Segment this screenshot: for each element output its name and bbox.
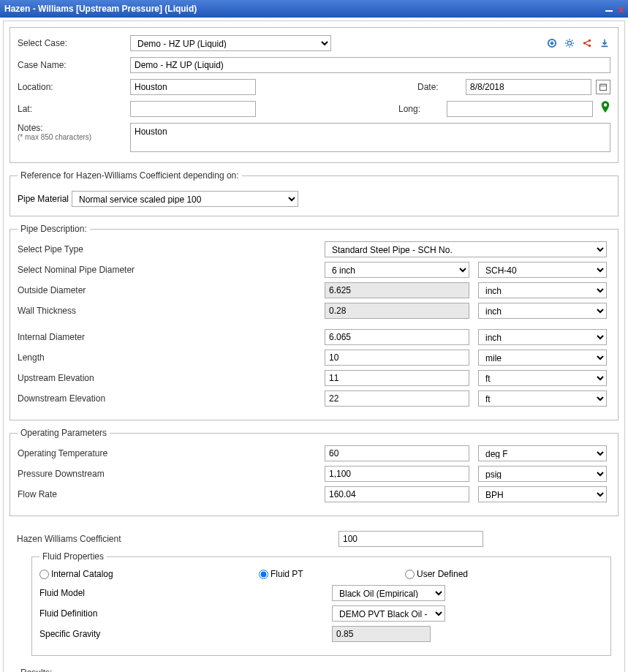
long-label: Long: (398, 104, 442, 114)
pipe-value-input[interactable] (325, 329, 469, 345)
pipe-row-label: Select Nominal Pipe Diameter (18, 265, 325, 275)
pipe-row-label: Outside Diameter (18, 285, 325, 295)
radio-fluid-pt[interactable]: Fluid PT (259, 569, 405, 579)
field-value-input[interactable] (325, 466, 469, 482)
pipe-material-select[interactable]: Normal service scaled pipe 100 (72, 191, 298, 207)
notes-textarea[interactable] (130, 123, 610, 152)
pipe-row-label: Select Pipe Type (18, 244, 325, 254)
share-icon[interactable] (581, 37, 593, 49)
svg-point-3 (567, 41, 571, 45)
field-unit-select[interactable]: deg F (478, 445, 607, 461)
hazen-panel: Hazen Williams Coefficient Fluid Propert… (10, 524, 618, 656)
svg-point-6 (589, 45, 591, 48)
date-input[interactable] (466, 79, 591, 95)
fluid-model-label: Fluid Model (39, 588, 332, 598)
minimize-icon[interactable] (605, 10, 613, 12)
pipe-unit-select[interactable]: mile (478, 350, 607, 366)
pipe-material-label: Pipe Material (18, 194, 69, 204)
pipe-unit-select[interactable]: ft (478, 390, 607, 407)
pipe-description-legend: Pipe Description: (18, 224, 90, 234)
pipe-row-label: Length (18, 352, 325, 363)
fluid-model-select[interactable]: Black Oil (Empirical) (332, 585, 445, 601)
fluid-properties-fieldset: Fluid Properties Internal Catalog Fluid … (31, 551, 611, 656)
field-unit-select[interactable]: BPH (478, 486, 607, 502)
svg-rect-9 (600, 84, 607, 90)
radio-user-defined[interactable]: User Defined (405, 569, 515, 579)
svg-line-8 (586, 44, 589, 45)
specific-gravity-input (332, 626, 431, 642)
case-name-label: Case Name: (18, 60, 126, 70)
location-label: Location: (18, 82, 126, 92)
pipe-value-input[interactable] (325, 370, 469, 386)
main-content: Select Case: Demo - HZ UP (Liquid) (3, 20, 625, 672)
hazen-coefficient-label: Hazen Williams Coefficient (17, 534, 338, 544)
field-value-input[interactable] (325, 486, 469, 502)
reference-fieldset: Reference for Hazen-Williams Coefficient… (10, 170, 618, 216)
pin-icon[interactable] (600, 101, 610, 117)
pipe-value-input[interactable] (325, 390, 469, 407)
svg-line-7 (586, 41, 589, 42)
hazen-coefficient-input[interactable] (338, 531, 483, 547)
calendar-icon[interactable] (596, 80, 610, 94)
pipe-value-input[interactable] (325, 350, 469, 366)
notes-sublabel: (* max 850 characters) (18, 133, 126, 141)
radio-internal-catalog[interactable]: Internal Catalog (39, 569, 259, 579)
field-value-input[interactable] (325, 445, 469, 461)
pipe-unit-select[interactable]: inch (478, 329, 607, 345)
add-icon[interactable] (546, 37, 558, 49)
pipe-unit-select[interactable]: ft (478, 370, 607, 386)
field-unit-select[interactable]: psig (478, 466, 607, 482)
pipe-row-label: Internal Diameter (18, 332, 325, 342)
location-input[interactable] (130, 79, 256, 95)
long-input[interactable] (447, 101, 593, 117)
pipe-row-label: Wall Thickness (18, 306, 325, 316)
svg-point-5 (589, 39, 591, 42)
pipe-unit-select[interactable]: SCH-40 (478, 262, 607, 278)
results-fieldset: Results: Upstream PressurepsigPressure D… (10, 668, 618, 672)
select-case-dropdown[interactable]: Demo - HZ UP (Liquid) (130, 35, 331, 51)
lat-input[interactable] (130, 101, 256, 117)
window-title: Hazen - Williams [Upstream Pressure] (Li… (4, 4, 197, 14)
title-bar: Hazen - Williams [Upstream Pressure] (Li… (0, 0, 628, 18)
pipe-value-input (325, 282, 469, 298)
pipe-type-select[interactable]: Standard Steel Pipe - SCH No. (325, 241, 607, 257)
fluid-definition-label: Fluid Definition (39, 608, 332, 619)
pipe-description-fieldset: Pipe Description: Select Pipe TypeStanda… (10, 224, 618, 420)
operating-parameters-fieldset: Operating Parameters Operating Temperatu… (10, 428, 618, 516)
lat-label: Lat: (18, 104, 126, 114)
pipe-value-input (325, 303, 469, 319)
operating-parameters-legend: Operating Parameters (18, 428, 110, 438)
gear-icon[interactable] (564, 37, 575, 49)
pipe-row-label: Upstream Elevation (18, 373, 325, 383)
pipe-unit-select[interactable]: inch (478, 282, 607, 298)
field-label: Pressure Downstream (18, 469, 325, 479)
fluid-properties-legend: Fluid Properties (39, 551, 107, 562)
results-legend: Results: (18, 668, 55, 672)
case-panel: Select Case: Demo - HZ UP (Liquid) (10, 27, 618, 163)
pipe-unit-select[interactable]: inch (478, 303, 607, 319)
notes-label: Notes: (18, 123, 126, 133)
field-label: Flow Rate (18, 489, 325, 499)
case-name-input[interactable] (130, 57, 610, 73)
reference-legend: Reference for Hazen-Williams Coefficient… (18, 170, 242, 181)
pipe-row-label: Downstream Elevation (18, 393, 325, 404)
select-case-label: Select Case: (18, 38, 126, 48)
close-icon[interactable]: x (618, 4, 624, 15)
field-label: Operating Temperature (18, 448, 325, 458)
specific-gravity-label: Specific Gravity (39, 629, 332, 639)
date-label: Date: (417, 82, 461, 92)
fluid-definition-select[interactable]: DEMO PVT Black Oil - DEMO (332, 605, 445, 622)
pipe-value-select[interactable]: 6 inch (325, 262, 469, 278)
download-icon[interactable] (599, 37, 610, 49)
